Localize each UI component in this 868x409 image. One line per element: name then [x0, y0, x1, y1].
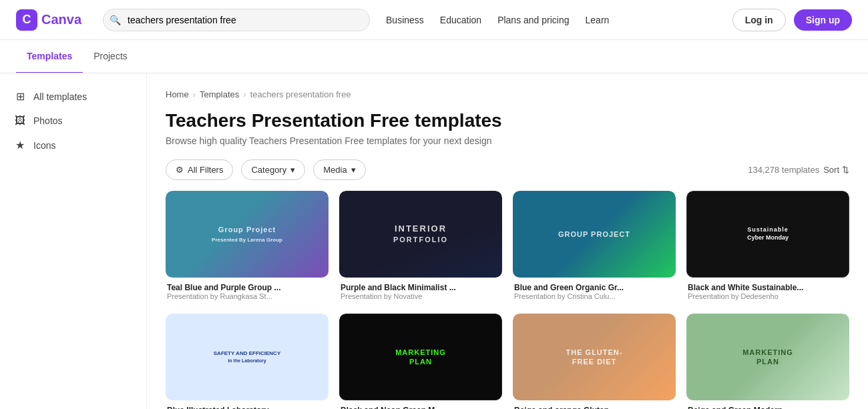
- content-area: ⊞ All templates 🖼 Photos ★ Icons Home › …: [0, 73, 868, 409]
- template-card-7[interactable]: THE GLUTEN- FREE DIET Beige and orange G…: [513, 314, 676, 409]
- logo-icon: C: [16, 9, 37, 31]
- main-content: Home › Templates › teachers presentation…: [147, 73, 868, 409]
- sidebar: ⊞ All templates 🖼 Photos ★ Icons: [0, 73, 147, 409]
- nav-link-learn[interactable]: Learn: [586, 15, 610, 25]
- template-card-6[interactable]: MARKETING PLAN Black and Neon Green M...…: [339, 314, 502, 409]
- nav-links: Business Education Plans and pricing Lea…: [386, 15, 609, 25]
- star-icon: ★: [13, 139, 27, 151]
- secondary-nav: Templates Projects: [0, 40, 868, 73]
- sidebar-label-all: All templates: [33, 91, 87, 102]
- category-filter-label: Category: [251, 165, 286, 175]
- photo-icon: 🖼: [13, 115, 27, 127]
- sidebar-label-photos: Photos: [33, 115, 63, 126]
- breadcrumb-sep-1: ›: [193, 89, 196, 99]
- grid-icon: ⊞: [13, 90, 27, 103]
- breadcrumb: Home › Templates › teachers presentation…: [166, 89, 849, 99]
- nav-link-plans[interactable]: Plans and pricing: [497, 15, 569, 25]
- category-filter-button[interactable]: Category ▾: [241, 159, 305, 180]
- sidebar-label-icons: Icons: [33, 140, 55, 151]
- breadcrumb-templates[interactable]: Templates: [200, 89, 239, 99]
- breadcrumb-home[interactable]: Home: [166, 89, 189, 99]
- top-nav: C Canva 🔍 Business Education Plans and p…: [0, 0, 868, 40]
- tab-projects[interactable]: Projects: [83, 40, 138, 73]
- logo-text: Canva: [41, 12, 81, 27]
- tab-templates[interactable]: Templates: [16, 40, 83, 73]
- search-input[interactable]: [103, 9, 370, 31]
- sort-icon: ⇅: [842, 165, 849, 175]
- template-card-4[interactable]: Sustainable Cyber Monday Black and White…: [686, 191, 849, 303]
- nav-actions: Log in Sign up: [732, 9, 852, 31]
- all-filters-button[interactable]: ⚙ All Filters: [166, 159, 233, 180]
- template-card-3[interactable]: GROUP PROJECT Blue and Green Organic Gr.…: [513, 191, 676, 303]
- media-filter-button[interactable]: Media ▾: [313, 159, 365, 180]
- templates-count: 134,278 templates Sort ⇅: [748, 165, 849, 175]
- filters-row: ⚙ All Filters Category ▾ Media ▾ 134,278…: [166, 159, 849, 180]
- template-grid: Group Project Presented By Larena Group …: [166, 191, 849, 409]
- sort-label: Sort: [823, 165, 839, 175]
- logo[interactable]: C Canva: [16, 9, 81, 31]
- template-card-2[interactable]: INTERIOR PORTFOLIO Purple and Black Mini…: [339, 191, 502, 303]
- template-card-1[interactable]: Group Project Presented By Larena Group …: [166, 191, 329, 303]
- all-filters-label: All Filters: [188, 165, 223, 175]
- breadcrumb-current: teachers presentation free: [250, 89, 351, 99]
- search-icon: 🔍: [110, 15, 121, 25]
- sidebar-item-all[interactable]: ⊞ All templates: [0, 84, 146, 109]
- sidebar-item-photos[interactable]: 🖼 Photos: [0, 109, 146, 133]
- template-card-5[interactable]: Safety and Efficiency in the Laboratory …: [166, 314, 329, 409]
- login-button[interactable]: Log in: [732, 9, 786, 31]
- sort-button[interactable]: Sort ⇅: [823, 165, 849, 175]
- breadcrumb-sep-2: ›: [243, 89, 246, 99]
- filter-icon: ⚙: [176, 165, 184, 175]
- page-title: Teachers Presentation Free templates: [166, 110, 849, 131]
- template-card-8[interactable]: MARKETING PLAN Beige and Green Modern ..…: [686, 314, 849, 409]
- nav-search: 🔍: [103, 9, 370, 31]
- chevron-down-icon: ▾: [290, 165, 295, 175]
- nav-link-education[interactable]: Education: [440, 15, 481, 25]
- signup-button[interactable]: Sign up: [794, 9, 852, 31]
- media-filter-label: Media: [323, 165, 347, 175]
- sidebar-item-icons[interactable]: ★ Icons: [0, 133, 146, 157]
- secondary-nav-links: Templates Projects: [16, 40, 138, 73]
- page-subtitle: Browse high quality Teachers Presentatio…: [166, 135, 849, 146]
- media-chevron-icon: ▾: [351, 165, 356, 175]
- count-label: 134,278 templates: [748, 165, 819, 175]
- nav-link-business[interactable]: Business: [386, 15, 424, 25]
